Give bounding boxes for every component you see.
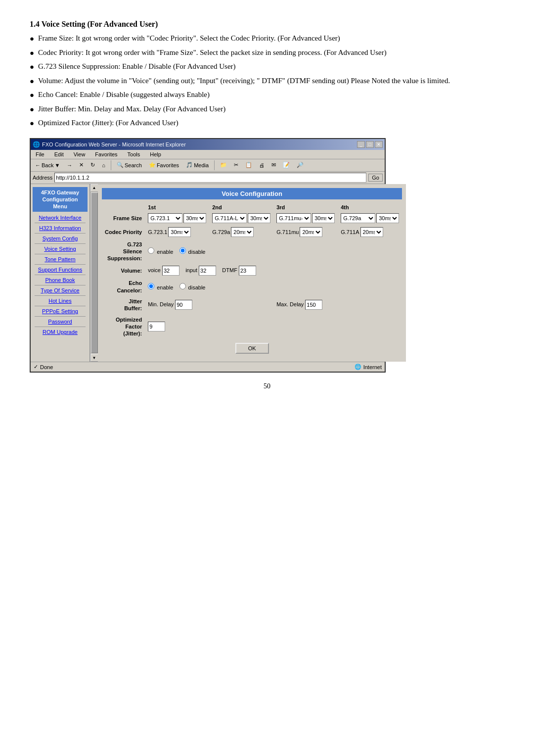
g723-options: enable disable	[145, 239, 402, 264]
fs-codec-4-select[interactable]: G.729a	[341, 213, 375, 223]
minimize-button[interactable]: _	[357, 141, 365, 148]
g723-disable-label[interactable]: disable	[179, 249, 206, 255]
echo-disable-radio[interactable]	[179, 283, 186, 289]
sidebar-heading: 4FXO Gateway Configuration Menu	[33, 187, 88, 212]
cp-ms-1-select[interactable]: 30ms	[168, 227, 191, 237]
close-button[interactable]: ✕	[375, 141, 383, 148]
scroll-down-button[interactable]: ▼	[90, 354, 98, 362]
bullet-item: Echo Cancel: Enable / Disable (suggested…	[30, 89, 504, 101]
volume-dtmf-input[interactable]	[239, 266, 256, 276]
menu-tools[interactable]: Tools	[126, 151, 142, 158]
volume-input-input[interactable]	[199, 266, 216, 276]
bullet-item: Volume: Adjust the volume in "Voice" (se…	[30, 75, 504, 87]
sidebar-item-support-functions[interactable]: Support Functions	[33, 266, 88, 274]
cp-ms-2-select[interactable]: 20ms	[231, 227, 254, 237]
go-button[interactable]: Go	[368, 174, 383, 182]
sidebar-item-hot-lines[interactable]: Hot Lines	[33, 297, 88, 305]
stop-button[interactable]: ✕	[77, 161, 86, 169]
dtmf-label: DTMF	[222, 267, 237, 273]
forward-button[interactable]: →	[64, 161, 75, 169]
cp-codec-4: G.711A	[341, 229, 359, 235]
sidebar-item-phone-book[interactable]: Phone Book	[33, 276, 88, 284]
min-delay-input[interactable]	[175, 300, 192, 310]
toolbar-icon-7[interactable]: 🔎	[294, 161, 306, 169]
title-bar-buttons[interactable]: _ □ ✕	[357, 141, 383, 148]
fs-ms-3-select[interactable]: 30ms	[312, 213, 335, 223]
volume-controls: voice input DTMF	[145, 264, 402, 278]
sidebar-scrollbar[interactable]: ▲ ▼	[90, 184, 98, 362]
favorites-button[interactable]: ⭐ Favorites	[146, 161, 181, 169]
fs-ms-4-select[interactable]: 30ms	[376, 213, 399, 223]
tb-icon-3: 📋	[245, 162, 252, 168]
optimized-input[interactable]	[148, 322, 165, 331]
scroll-up-button[interactable]: ▲	[90, 184, 98, 192]
search-button[interactable]: 🔍 Search	[114, 161, 144, 169]
menu-edit[interactable]: Edit	[52, 151, 66, 158]
sidebar-item-h323[interactable]: H323 Information	[33, 224, 88, 232]
g723-disable-radio[interactable]	[179, 247, 186, 254]
browser-title: FXO Configuration Web Server - Microsoft…	[42, 142, 186, 147]
sidebar-item-voice-setting[interactable]: Voice Setting	[33, 245, 88, 253]
sidebar-item-pppoe[interactable]: PPPoE Setting	[33, 307, 88, 315]
doc-section: 1.4 Voice Setting (For Advanced User) Fr…	[30, 20, 504, 129]
back-button[interactable]: ← Back ▼	[33, 161, 62, 169]
sidebar-sep-5	[35, 264, 86, 265]
fs-codec-3-select[interactable]: G.711mu-Law	[276, 213, 311, 223]
min-delay-label: Min. Delay	[148, 301, 174, 307]
title-bar-left: 🌐 FXO Configuration Web Server - Microso…	[33, 141, 186, 148]
cp-ms-3-select[interactable]: 20ms	[300, 227, 322, 237]
sidebar-item-tone-pattern[interactable]: Tone Pattern	[33, 255, 88, 263]
refresh-button[interactable]: ↻	[88, 161, 97, 169]
toolbar-icon-2[interactable]: ✂	[231, 161, 241, 169]
menu-file[interactable]: File	[34, 151, 46, 158]
sidebar-sep-1	[35, 223, 86, 223]
fs-ms-2-select[interactable]: 30ms	[248, 213, 270, 223]
volume-voice-input[interactable]	[162, 266, 179, 276]
menu-view[interactable]: View	[72, 151, 88, 158]
fs-codec-1-select[interactable]: G.723.1	[148, 213, 182, 223]
frame-size-row: Frame Size G.723.1 30ms	[102, 211, 402, 225]
media-button[interactable]: 🎵 Media	[183, 161, 211, 169]
sidebar-item-network-interface[interactable]: Network Interface	[33, 214, 88, 222]
g723-row: G.723SilenceSuppression: enable disable	[102, 239, 402, 264]
favorites-icon: ⭐	[149, 162, 156, 168]
echo-enable-radio[interactable]	[148, 283, 154, 289]
menu-help[interactable]: Help	[148, 151, 163, 158]
sidebar-item-password[interactable]: Password	[33, 318, 88, 326]
status-bar: ✓ Done 🌐 Internet	[31, 362, 385, 372]
address-input[interactable]	[54, 173, 366, 183]
toolbar-icon-1[interactable]: 📁	[218, 161, 229, 169]
echo-enable-label[interactable]: enable	[148, 284, 175, 290]
echo-disable-text: disable	[188, 284, 206, 290]
back-arrow-icon: ▼	[54, 162, 60, 168]
sidebar-container: 4FXO Gateway Configuration Menu Network …	[31, 184, 98, 362]
header-1st: 1st	[145, 203, 209, 211]
ok-cell: OK	[102, 339, 402, 358]
scroll-thumb[interactable]	[91, 192, 98, 354]
sidebar-item-rom-upgrade[interactable]: ROM Upgrade	[33, 328, 88, 336]
echo-disable-label[interactable]: disable	[179, 284, 206, 290]
home-icon: ⌂	[102, 162, 105, 168]
max-delay-input[interactable]	[305, 300, 322, 310]
toolbar-icon-6[interactable]: 📝	[280, 161, 292, 169]
toolbar-icon-4[interactable]: 🖨	[257, 161, 267, 169]
frame-size-col1: G.723.1 30ms	[145, 211, 209, 225]
fs-codec-2-select[interactable]: G.711A-Law	[212, 213, 247, 223]
g723-enable-label[interactable]: enable	[148, 249, 175, 255]
home-button[interactable]: ⌂	[99, 161, 108, 169]
g723-enable-radio[interactable]	[148, 247, 154, 254]
status-right: 🌐 Internet	[355, 364, 382, 370]
toolbar-icon-5[interactable]: ✉	[269, 161, 278, 169]
fs-ms-1-select[interactable]: 30ms	[183, 213, 206, 223]
cp-ms-4-select[interactable]: 20ms	[360, 227, 383, 237]
restore-button[interactable]: □	[366, 141, 374, 148]
toolbar-icon-3[interactable]: 📋	[243, 161, 255, 169]
sidebar-sep-2	[35, 233, 86, 234]
sidebar-item-system-config[interactable]: System Config	[33, 235, 88, 242]
refresh-icon: ↻	[90, 162, 95, 168]
ok-button[interactable]: OK	[235, 343, 269, 354]
sidebar-item-type-of-service[interactable]: Type Of Service	[33, 286, 88, 294]
menu-favorites[interactable]: Favorites	[93, 151, 119, 158]
status-done-text: Done	[40, 364, 53, 370]
g723-enable-text: enable	[157, 249, 173, 255]
